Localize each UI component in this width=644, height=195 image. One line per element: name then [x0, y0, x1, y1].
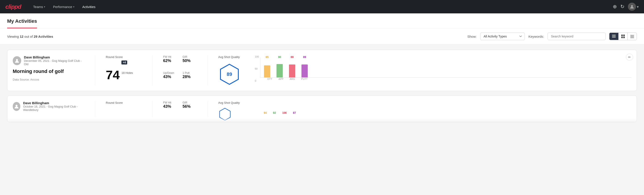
- x-label-putt: PUTT: [301, 78, 308, 80]
- nav-link-performance[interactable]: Performance ▾: [50, 3, 78, 10]
- nav-bar: clippd Teams ▾ Performance ▾ Activities …: [0, 0, 644, 14]
- divider: [95, 101, 95, 117]
- divider: [207, 101, 208, 117]
- score-diff: +4: [122, 60, 127, 64]
- svg-rect-10: [630, 37, 634, 37]
- avatar[interactable]: [628, 3, 636, 11]
- chart-col-ott: 85: [264, 56, 270, 78]
- avg-shot-quality-section: Avg Shot Quality: [218, 101, 245, 117]
- x-label-ott: OTT: [267, 78, 272, 80]
- activity-type-select[interactable]: All Activity Types: [480, 32, 525, 40]
- stat-fw-hit: FW Hit 62%: [163, 55, 177, 70]
- stat-updown: Up/Down 43%: [163, 72, 177, 86]
- avatar: [13, 56, 21, 65]
- stat-1putt: 1 Putt 28%: [182, 72, 196, 86]
- chart-col-putt-2: 87: [293, 111, 296, 114]
- chart-col-app-2: 92: [273, 111, 276, 114]
- user-date: December 05, 2021 · Gog Magog Golf Club …: [24, 59, 84, 66]
- bar-app: [276, 64, 283, 78]
- nav-links: Teams ▾ Performance ▾ Activities: [30, 3, 613, 10]
- filter-controls: Show: All Activity Types Keywords:: [467, 32, 637, 40]
- user-date: October 16, 2021 · Gog Magog Golf Club -…: [23, 105, 84, 112]
- stat-gir: GIR 56%: [182, 101, 196, 117]
- shot-quality-chart: 100 50 0 85 90: [254, 55, 631, 86]
- card-title: Morning round of golf: [13, 68, 84, 74]
- bar-putt: [302, 64, 308, 78]
- search-input[interactable]: [548, 32, 606, 40]
- chevron-down-icon: ▾: [44, 6, 45, 8]
- divider: [152, 55, 152, 86]
- view-compact-button[interactable]: [628, 33, 637, 40]
- score-main: 74 +4 18 Holes: [106, 60, 142, 81]
- shot-quality-chart-2: 94 92 106 87: [254, 101, 631, 117]
- divider: [207, 55, 208, 86]
- nav-link-teams[interactable]: Teams ▾: [30, 3, 48, 10]
- view-toggles: [609, 32, 637, 40]
- keywords-label: Keywords:: [528, 34, 544, 38]
- view-grid-button[interactable]: [618, 33, 628, 40]
- svg-rect-1: [612, 35, 616, 35]
- card-user: Dave Billingham October 16, 2021 · Gog M…: [13, 101, 84, 112]
- round-score-section: Round Score 74 +4 18 Holes: [106, 55, 142, 86]
- page-title: My Activities: [7, 14, 37, 28]
- activities-content: ✏ Dave Billingham December 05, 2021 · Go…: [0, 44, 644, 132]
- page-header: My Activities: [0, 14, 644, 28]
- user-name: Dave Billingham: [23, 101, 84, 105]
- filter-bar: Viewing 12 out of 29 Activities Show: Al…: [0, 28, 644, 44]
- chart-y-labels: 100 50 0: [254, 55, 260, 82]
- avg-shot-quality-section: Avg Shot Quality 89: [218, 55, 245, 86]
- chart-col-ott-2: 94: [264, 111, 267, 114]
- refresh-icon[interactable]: ↻: [620, 4, 624, 10]
- svg-rect-5: [623, 34, 625, 36]
- nav-link-activities[interactable]: Activities: [79, 3, 99, 10]
- svg-rect-3: [612, 37, 616, 38]
- nav-logo: clippd: [5, 3, 21, 10]
- chart-col-arg: 89: [289, 56, 295, 78]
- view-list-button[interactable]: [610, 33, 618, 40]
- svg-point-0: [631, 5, 633, 7]
- card-source: Data Source: Arccos: [13, 78, 84, 81]
- svg-rect-9: [630, 36, 634, 36]
- score-holes: 18 Holes: [122, 71, 133, 74]
- card-stats: FW Hit 43% GIR 56%: [163, 101, 196, 117]
- partial-overlay: [7, 118, 637, 122]
- add-icon[interactable]: ⊕: [613, 4, 617, 10]
- svg-rect-4: [621, 34, 623, 36]
- shot-quality-hexagon: 89: [218, 63, 240, 86]
- score-number: 74: [106, 69, 120, 81]
- avatar: [13, 102, 20, 111]
- chart-x-labels: OTT APP ARG PUTT: [264, 78, 631, 80]
- viewing-info: Viewing 12 out of 29 Activities: [7, 34, 463, 38]
- svg-rect-11: [630, 38, 634, 38]
- chart-col-arg-2: 106: [282, 111, 287, 114]
- stat-gir: GIR 50%: [182, 55, 196, 70]
- chevron-down-icon: ▾: [73, 6, 74, 8]
- x-label-arg: ARG: [290, 78, 295, 80]
- card-info: Dave Billingham October 16, 2021 · Gog M…: [13, 101, 84, 117]
- divider: [95, 55, 95, 86]
- show-label: Show:: [467, 34, 477, 38]
- activity-card: ✏ Dave Billingham December 05, 2021 · Go…: [7, 50, 637, 91]
- round-score-label: Round Score: [106, 55, 142, 59]
- user-name: Dave Billingham: [24, 55, 84, 59]
- round-score-section: Round Score: [106, 101, 142, 117]
- svg-point-14: [16, 105, 18, 107]
- chart-col-putt: 89: [302, 56, 308, 78]
- stat-fw-hit: FW Hit 43%: [163, 101, 177, 117]
- avatar-chevron-icon[interactable]: ▾: [637, 5, 639, 9]
- svg-rect-6: [621, 36, 623, 38]
- svg-rect-2: [612, 36, 616, 36]
- nav-actions: ⊕ ↻ ▾: [613, 3, 639, 11]
- card-info: Dave Billingham December 05, 2021 · Gog …: [13, 55, 84, 86]
- avg-shot-quality-label: Avg Shot Quality: [218, 101, 245, 104]
- card-stats: FW Hit 62% GIR 50% Up/Down 43% 1 Putt 28…: [163, 55, 196, 86]
- round-score-label: Round Score: [106, 101, 142, 104]
- x-label-app: APP: [278, 78, 284, 80]
- svg-point-12: [16, 59, 18, 61]
- bar-ott: [264, 65, 270, 78]
- svg-rect-7: [623, 36, 625, 38]
- shot-quality-value: 89: [227, 72, 232, 77]
- chart-col-app: 90: [276, 56, 283, 78]
- svg-rect-8: [630, 35, 634, 36]
- divider: [152, 101, 152, 117]
